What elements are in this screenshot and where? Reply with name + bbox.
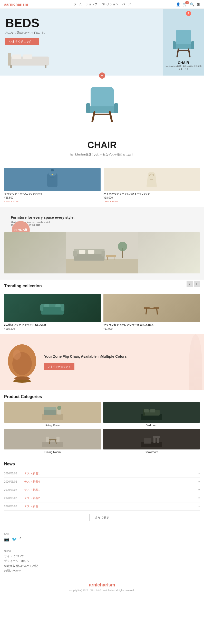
news-list: 2020/06/02 テスト新着1 ∨ 2020/06/02 テスト新着4 ∨ … xyxy=(4,470,200,511)
svg-rect-43 xyxy=(61,305,64,311)
svg-rect-42 xyxy=(40,305,43,311)
category-item-3[interactable]: Showroom xyxy=(103,429,200,454)
svg-rect-2 xyxy=(12,54,21,59)
trending-header: Trending collection ‹ › xyxy=(4,284,200,291)
trending-next-button[interactable]: › xyxy=(194,281,200,287)
cart-icon[interactable]: 🛒3 xyxy=(183,2,187,6)
bedroom-svg xyxy=(141,405,162,420)
living-svg xyxy=(42,405,63,420)
sns-icons: 📷 🐦 f xyxy=(4,537,200,542)
chair-hero-svg xyxy=(171,27,196,61)
twitter-icon[interactable]: 🐦 xyxy=(12,537,17,542)
svg-rect-34 xyxy=(88,250,94,254)
hero-cta-button[interactable]: いますぐチェック！ xyxy=(5,38,39,45)
instagram-icon[interactable]: 📷 xyxy=(4,537,9,542)
svg-rect-44 xyxy=(44,304,49,307)
hero-content: BEDS みんなに選ばれたベッドはこれ！ いますぐチェック！ xyxy=(5,17,56,45)
news-date-3: 2020/06/02 xyxy=(4,497,22,500)
svg-rect-71 xyxy=(56,437,60,442)
logo[interactable]: aarnicharism xyxy=(4,2,28,6)
svg-rect-75 xyxy=(153,438,156,443)
product-title-0: クラシックトラベルバックパック xyxy=(4,192,101,196)
svg-rect-59 xyxy=(57,410,61,415)
trending-prev-button[interactable]: ‹ xyxy=(187,281,193,287)
news-arrow-3: ∨ xyxy=(198,497,200,500)
svg-rect-45 xyxy=(55,304,61,307)
sale-top: 30% off Furniture for every space every … xyxy=(4,213,200,226)
trending-item-1: ブラウン型タイオレアシリーズ CREA-REA ¥11,000 xyxy=(103,294,200,330)
svg-rect-9 xyxy=(191,41,194,49)
svg-rect-73 xyxy=(144,438,151,444)
product-card-1: ハイクオリティキャンバストートバッグ ¥18,000 CHECK NOW xyxy=(104,168,200,203)
table-svg xyxy=(139,299,164,317)
news-date-0: 2020/06/02 xyxy=(4,472,22,475)
news-item-1[interactable]: 2020/06/02 テスト新着4 ∨ xyxy=(4,478,200,486)
shop-link-2[interactable]: 特定商取引法に基づく表記 xyxy=(4,564,200,568)
sale-inner: 30% off Furniture for every space every … xyxy=(4,213,200,273)
more-news-button[interactable]: さらに表示 xyxy=(89,514,115,521)
svg-rect-37 xyxy=(106,255,116,257)
news-arrow-2: ∨ xyxy=(198,489,200,491)
news-arrow-1: ∨ xyxy=(198,480,200,483)
svg-point-55 xyxy=(13,349,21,360)
trending-nav: ‹ › xyxy=(187,281,200,287)
egg-chair-text: Your Zone Flip Chair, Available inMultip… xyxy=(44,354,200,370)
svg-rect-7 xyxy=(174,44,192,49)
category-item-2[interactable]: Dining Room xyxy=(4,429,101,454)
news-item-2[interactable]: 2020/06/02 テスト新着1 ∨ xyxy=(4,486,200,494)
category-item-0[interactable]: Living Room xyxy=(4,402,101,427)
trending-image-1 xyxy=(103,294,200,322)
category-label-3: Showroom xyxy=(103,450,200,454)
svg-line-10 xyxy=(177,49,178,57)
svg-rect-70 xyxy=(46,437,49,442)
mobile-page: aarnicharism ホーム ショップ コレクション ページ 👤 🛒3 🔍 … xyxy=(0,0,204,596)
grid-icon[interactable]: ⊞ xyxy=(197,2,200,6)
categories-grid: Living Room Bedroom xyxy=(4,402,200,454)
svg-rect-5 xyxy=(45,65,46,68)
egg-chair-cta-button[interactable]: いますぐチェック！ xyxy=(44,363,74,370)
product-link-0[interactable]: CHECK NOW xyxy=(4,200,101,203)
svg-rect-65 xyxy=(150,409,155,412)
shop-label: SHOP xyxy=(4,550,200,553)
nav-shop[interactable]: ショップ xyxy=(86,2,97,6)
chair-main-desc: farnicharism厳選！おしゃれなイスを揃えました！ xyxy=(4,153,200,157)
footer-copyright: copyright (c) 2020 【ローカル】farnicharism al… xyxy=(4,589,200,592)
chair-main-title: CHAIR xyxy=(4,140,200,151)
sale-section: 30% off Furniture for every space every … xyxy=(0,207,204,280)
svg-point-60 xyxy=(57,406,61,410)
product-row: クラシックトラベルバックパック ¥23,500 CHECK NOW ハイクオリテ… xyxy=(0,164,204,207)
product-title-1: ハイクオリティキャンバストートバッグ xyxy=(104,192,200,196)
trending-item-0: 2人掛けソファ ファベッド CLOVER ¥115,200 xyxy=(4,294,101,330)
nav-collection[interactable]: コレクション xyxy=(101,2,118,6)
shop-link-1[interactable]: プライバシーポリシー xyxy=(4,559,200,563)
news-date-4: 2020/06/02 xyxy=(4,505,22,508)
shop-link-3[interactable]: お問い合わせ xyxy=(4,569,200,573)
svg-rect-76 xyxy=(157,438,159,443)
svg-rect-16 xyxy=(114,103,118,113)
search-icon[interactable]: 🔍 xyxy=(190,2,194,6)
nav-home[interactable]: ホーム xyxy=(73,2,82,6)
person-silhouette xyxy=(189,334,202,390)
news-item-0[interactable]: 2020/06/02 テスト新着1 ∨ xyxy=(4,470,200,478)
category-item-1[interactable]: Bedroom xyxy=(103,402,200,427)
user-icon[interactable]: 👤 xyxy=(176,2,180,6)
svg-rect-25 xyxy=(51,169,54,171)
shop-link-0[interactable]: サイトについて xyxy=(4,554,200,558)
news-title-3: テスト新着2 xyxy=(24,496,198,500)
nav-page[interactable]: ページ xyxy=(122,2,131,6)
news-item-3[interactable]: 2020/06/02 テスト新着2 ∨ xyxy=(4,494,200,502)
chair-hero-desc: farnicharism厳選！おしゃれなイスを揃えました！ xyxy=(163,65,204,70)
chair-illustration xyxy=(84,83,120,124)
product-link-1[interactable]: CHECK NOW xyxy=(104,200,200,203)
svg-rect-3 xyxy=(23,54,32,59)
svg-rect-32 xyxy=(102,251,105,256)
facebook-icon[interactable]: f xyxy=(20,537,21,542)
sns-section: SNS 📷 🐦 f xyxy=(0,528,204,546)
trending-item-price-0: ¥115,200 xyxy=(4,327,101,330)
hero-subtitle: みんなに選ばれたベッドはこれ！ xyxy=(5,31,56,35)
category-image-living xyxy=(4,402,101,423)
svg-line-69 xyxy=(56,440,56,444)
footer-logo-text: rnicharism xyxy=(91,582,115,587)
news-item-4[interactable]: 2020/06/02 テスト新着 ∨ xyxy=(4,502,200,511)
showroom-svg xyxy=(141,431,162,447)
